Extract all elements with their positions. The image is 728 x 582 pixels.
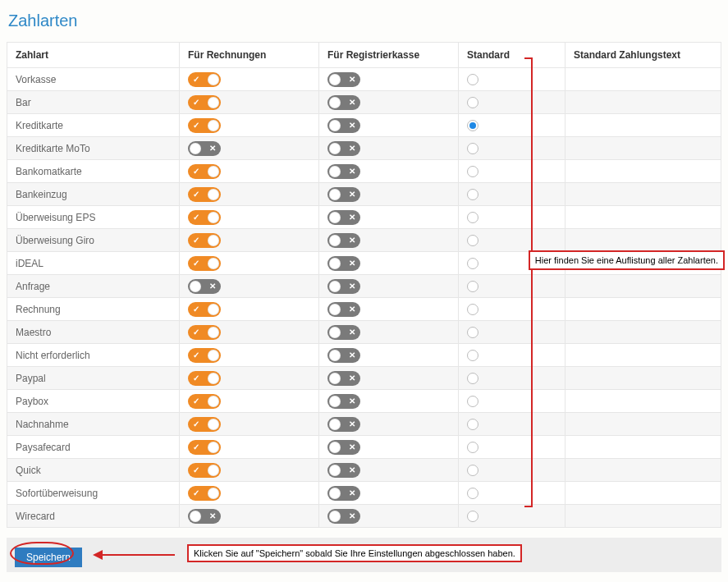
radio-standard[interactable] bbox=[467, 120, 478, 131]
toggle-invoices[interactable]: ✓ bbox=[188, 233, 221, 248]
radio-standard[interactable] bbox=[467, 350, 478, 361]
toggle-knob bbox=[329, 396, 341, 407]
cell-payment-text bbox=[565, 206, 721, 229]
cell-payment-text bbox=[565, 68, 721, 91]
toggle-invoices[interactable]: ✕ bbox=[188, 141, 221, 156]
radio-standard[interactable] bbox=[467, 327, 478, 338]
toggle-knob bbox=[329, 74, 341, 85]
toggle-register[interactable]: ✕ bbox=[327, 164, 360, 179]
toggle-register[interactable]: ✕ bbox=[327, 72, 360, 87]
cell-invoices: ✓ bbox=[180, 482, 319, 505]
toggle-register[interactable]: ✕ bbox=[327, 440, 360, 455]
radio-standard[interactable] bbox=[467, 235, 478, 246]
toggle-knob bbox=[208, 442, 219, 453]
toggle-register[interactable]: ✕ bbox=[327, 417, 360, 432]
radio-standard[interactable] bbox=[467, 419, 478, 430]
check-icon: ✓ bbox=[193, 327, 199, 338]
toggle-register[interactable]: ✕ bbox=[327, 371, 360, 386]
toggle-register[interactable]: ✕ bbox=[327, 233, 360, 248]
table-row: Nachnahme✓✕ bbox=[7, 413, 721, 436]
toggle-invoices[interactable]: ✓ bbox=[188, 325, 221, 340]
toggle-knob bbox=[208, 235, 219, 246]
toggle-invoices[interactable]: ✓ bbox=[188, 486, 221, 501]
table-row: Kreditkarte✓✕ bbox=[7, 114, 721, 137]
toggle-invoices[interactable]: ✓ bbox=[188, 371, 221, 386]
x-icon: ✕ bbox=[349, 373, 355, 384]
toggle-invoices[interactable]: ✓ bbox=[188, 118, 221, 133]
toggle-register[interactable]: ✕ bbox=[327, 118, 360, 133]
toggle-register[interactable]: ✕ bbox=[327, 463, 360, 478]
cell-register: ✕ bbox=[319, 390, 459, 413]
toggle-register[interactable]: ✕ bbox=[327, 394, 360, 409]
cell-invoices: ✓ bbox=[180, 436, 319, 459]
toggle-invoices[interactable]: ✓ bbox=[188, 187, 221, 202]
col-header-name: Zahlart bbox=[7, 43, 180, 68]
radio-standard[interactable] bbox=[467, 166, 478, 177]
radio-standard[interactable] bbox=[467, 488, 478, 499]
save-button[interactable]: Speichern bbox=[15, 548, 82, 567]
toggle-register[interactable]: ✕ bbox=[327, 210, 360, 225]
payment-name: Bar bbox=[7, 91, 180, 114]
toggle-register[interactable]: ✕ bbox=[327, 95, 360, 110]
toggle-invoices[interactable]: ✓ bbox=[188, 394, 221, 409]
toggle-knob bbox=[190, 281, 201, 292]
radio-standard[interactable] bbox=[467, 258, 478, 269]
radio-standard[interactable] bbox=[467, 189, 478, 200]
x-icon: ✕ bbox=[349, 143, 355, 154]
toggle-register[interactable]: ✕ bbox=[327, 302, 360, 317]
toggle-invoices[interactable]: ✓ bbox=[188, 72, 221, 87]
toggle-invoices[interactable]: ✓ bbox=[188, 417, 221, 432]
toggle-invoices[interactable]: ✓ bbox=[188, 164, 221, 179]
cell-register: ✕ bbox=[319, 275, 459, 298]
cell-standard bbox=[459, 367, 565, 390]
radio-standard[interactable] bbox=[467, 304, 478, 315]
toggle-register[interactable]: ✕ bbox=[327, 187, 360, 202]
toggle-invoices[interactable]: ✓ bbox=[188, 210, 221, 225]
toggle-invoices[interactable]: ✕ bbox=[188, 279, 221, 294]
radio-standard[interactable] bbox=[467, 396, 478, 407]
cell-invoices: ✓ bbox=[180, 206, 319, 229]
check-icon: ✓ bbox=[193, 419, 199, 430]
table-row: Anfrage✕✕ bbox=[7, 275, 721, 298]
radio-standard[interactable] bbox=[467, 281, 478, 292]
check-icon: ✓ bbox=[193, 235, 199, 246]
toggle-register[interactable]: ✕ bbox=[327, 256, 360, 271]
toggle-knob bbox=[329, 488, 341, 499]
radio-standard[interactable] bbox=[467, 212, 478, 223]
radio-standard[interactable] bbox=[467, 74, 478, 85]
toggle-invoices[interactable]: ✓ bbox=[188, 463, 221, 478]
x-icon: ✕ bbox=[349, 465, 355, 476]
check-icon: ✓ bbox=[193, 465, 199, 476]
toggle-knob bbox=[329, 281, 341, 292]
radio-standard[interactable] bbox=[467, 442, 478, 453]
cell-standard bbox=[459, 459, 565, 482]
radio-standard[interactable] bbox=[467, 511, 478, 522]
toggle-invoices[interactable]: ✓ bbox=[188, 256, 221, 271]
payment-name: Vorkasse bbox=[7, 68, 180, 91]
toggle-invoices[interactable]: ✓ bbox=[188, 440, 221, 455]
radio-standard[interactable] bbox=[467, 97, 478, 108]
toggle-invoices[interactable]: ✓ bbox=[188, 348, 221, 363]
cell-standard bbox=[459, 68, 565, 91]
toggle-register[interactable]: ✕ bbox=[327, 279, 360, 294]
radio-standard[interactable] bbox=[467, 143, 478, 154]
radio-standard[interactable] bbox=[467, 465, 478, 476]
cell-standard bbox=[459, 91, 565, 114]
toggle-knob bbox=[208, 465, 219, 476]
toggle-invoices[interactable]: ✓ bbox=[188, 95, 221, 110]
cell-register: ✕ bbox=[319, 91, 459, 114]
radio-standard[interactable] bbox=[467, 373, 478, 384]
toggle-register[interactable]: ✕ bbox=[327, 509, 360, 524]
toggle-register[interactable]: ✕ bbox=[327, 486, 360, 501]
cell-register: ✕ bbox=[319, 183, 459, 206]
toggle-register[interactable]: ✕ bbox=[327, 141, 360, 156]
table-row: Paypal✓✕ bbox=[7, 367, 721, 390]
toggle-register[interactable]: ✕ bbox=[327, 325, 360, 340]
toggle-register[interactable]: ✕ bbox=[327, 348, 360, 363]
toggle-invoices[interactable]: ✕ bbox=[188, 509, 221, 524]
toggle-invoices[interactable]: ✓ bbox=[188, 302, 221, 317]
cell-standard bbox=[459, 436, 565, 459]
cell-standard bbox=[459, 275, 565, 298]
toggle-knob bbox=[329, 189, 341, 200]
cell-standard bbox=[459, 114, 565, 137]
